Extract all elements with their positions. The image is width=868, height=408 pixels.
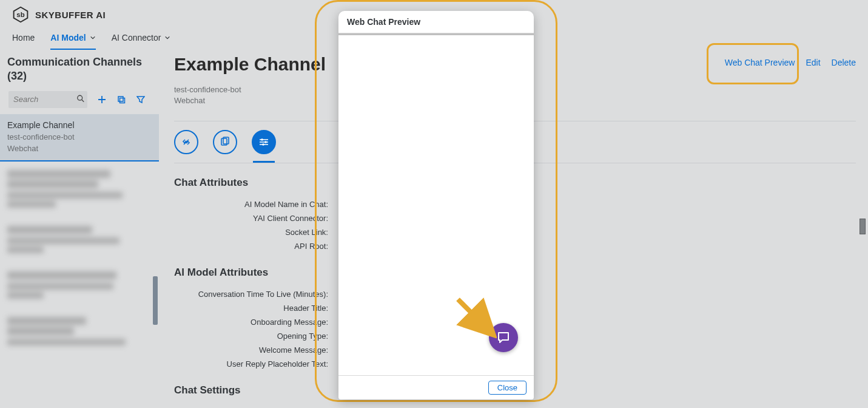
delete-link[interactable]: Delete [832,58,856,67]
attr-label-opening: Opening Type: [174,332,332,341]
nav-ai-model[interactable]: AI Model [50,33,95,50]
edit-link[interactable]: Edit [806,58,820,67]
chevron-down-icon [90,35,96,41]
svg-rect-5 [120,98,125,103]
modal-title: Web Chat Preview [338,11,534,33]
attr-label-yai-connector: YAI Client Connector: [174,214,332,223]
attr-label-welcome: Welcome Message: [174,345,332,355]
brand-block: sb SKYBUFFER AI [12,6,106,23]
svg-point-9 [264,141,267,144]
plug-icon [180,136,192,148]
page-title: Example Channel [174,54,326,75]
sidebar-title: Communication Channels (32) [7,52,159,91]
brand-logo-icon: sb [12,6,29,23]
nav-ai-connector-label: AI Connector [112,33,161,42]
brand-name: SKYBUFFER AI [35,10,106,20]
attr-label-ttl: Conversation Time To Live (Minutes): [174,290,332,299]
attr-label-api-root: API Root: [174,242,332,251]
sidebar: Communication Channels (32) Example Chan… [0,52,159,408]
web-chat-preview-modal: Web Chat Preview Close [338,11,534,399]
svg-point-2 [78,95,82,100]
nav-ai-model-label: AI Model [50,33,86,42]
scrollbar-thumb[interactable] [860,219,866,234]
sidebar-search[interactable] [8,91,87,108]
nav-home[interactable]: Home [12,33,35,50]
attr-label-reply-placeholder: User Reply Placeholder Text: [174,359,332,369]
sliders-icon [258,136,270,148]
copy-button[interactable] [116,95,126,104]
search-icon[interactable] [76,94,85,104]
chat-bubble-icon [496,330,511,345]
list-item-blurred[interactable] [7,263,159,308]
filter-button[interactable] [136,95,146,104]
list-item-blurred[interactable] [7,162,159,217]
nav-home-label: Home [12,33,35,42]
web-chat-preview-link[interactable]: Web Chat Preview [725,58,795,67]
chat-launcher-button[interactable] [489,323,518,352]
svg-point-10 [262,144,264,146]
attr-label-header-title: Header Title: [174,304,332,313]
chevron-down-icon [164,35,170,41]
list-item-title: Example Channel [7,120,153,130]
svg-line-3 [82,100,84,102]
attr-label-onboarding: Onboarding Message: [174,318,332,327]
page-subtitle-2: Webchat [174,95,326,106]
attr-label-model-name: AI Model Name in Chat: [174,200,332,209]
search-input[interactable] [8,92,87,106]
list-item-blurred[interactable] [7,308,159,355]
close-button[interactable]: Close [488,381,527,395]
svg-rect-4 [118,97,123,101]
sidebar-toolbar [7,91,159,108]
tab-connection[interactable] [174,130,198,154]
split-handle[interactable] [153,276,158,325]
nav-ai-connector[interactable]: AI Connector [112,33,171,50]
list-item-selected[interactable]: Example Channel test-confidence-bot Webc… [0,114,159,162]
tab-settings[interactable] [252,130,276,154]
svg-text:sb: sb [16,11,24,18]
list-item-sub2: Webchat [7,144,153,153]
modal-footer: Close [338,375,534,399]
copy-icon [219,136,231,148]
tab-documents[interactable] [213,130,237,154]
modal-body [338,35,534,375]
list-item-sub1: test-confidence-bot [7,132,153,141]
svg-point-8 [261,139,263,141]
attr-label-socket: Socket Link: [174,228,332,237]
page-actions: Web Chat Preview Edit Delete [725,58,856,67]
sidebar-list: Example Channel test-confidence-bot Webc… [7,114,159,355]
page-subtitle-1: test-confidence-bot [174,84,326,95]
add-button[interactable] [97,95,107,104]
list-item-blurred[interactable] [7,217,159,263]
